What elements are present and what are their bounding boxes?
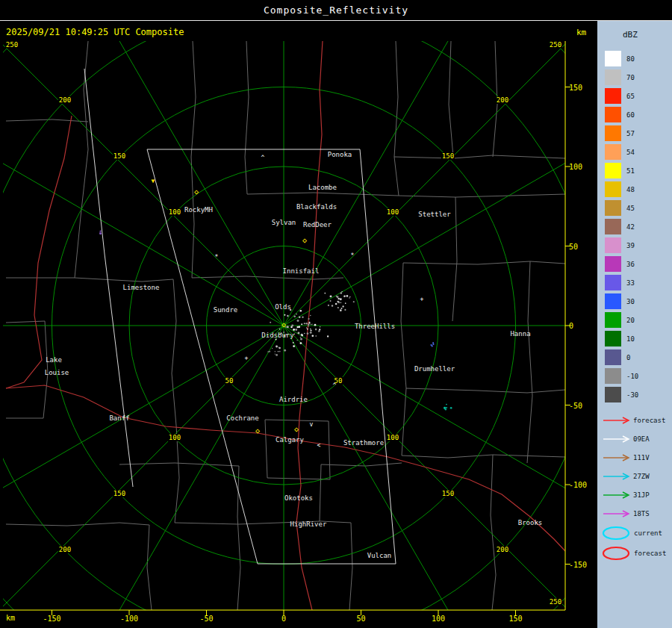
radar-coverage-outline [84,69,396,564]
bottom-axis-unit: km [6,614,15,622]
legend-arrow-row: 31JP [597,485,672,504]
colorbar-swatch [605,256,621,272]
colorbar-value: 65 [626,93,635,100]
colorbar-title: dBZ [623,30,672,40]
colorbar-swatch [605,219,621,234]
colorbar-swatch [605,368,621,384]
colorbar-value: 42 [626,223,635,231]
reflectivity-echoes [99,231,452,411]
colorbar-swatch [605,349,621,365]
colorbar-level: 45 [597,199,672,217]
timestamp: 2025/09/21 10:49:25 UTC Composite [6,27,184,37]
colorbar-swatch [605,237,621,253]
colorbar-value: 33 [626,279,635,287]
colorbar-swatch [605,312,621,328]
legend-arrow-label: 18TS [633,510,650,517]
colorbar-level: 39 [597,236,672,255]
legend-ellipse-row: current [597,523,672,543]
legend-arrow-label: 111V [633,454,650,461]
colorbar-level: 60 [597,105,672,124]
colorbar-swatch [605,144,621,160]
colorbar-value: 48 [626,186,635,193]
colorbar-value: 70 [626,74,635,81]
colorbar-value: 45 [626,205,635,212]
colorbar-swatch [605,331,621,346]
legend-ellipse-label: current [634,529,662,537]
legend-arrow-label: 27ZW [633,473,650,480]
colorbar-swatch [605,181,621,197]
colorbar-value: 36 [626,261,635,268]
colorbar-value: 0 [626,354,630,361]
colorbar-level: 33 [597,273,672,292]
colorbar-level: 30 [597,292,672,311]
colorbar-level: 65 [597,87,672,105]
range-rings [0,0,672,628]
track-arrow-icon [602,435,630,444]
colorbar-value: 20 [626,317,635,324]
colorbar-swatch [605,387,621,402]
legend-arrow-row: forecast [597,411,672,429]
colorbar-level: 20 [597,311,672,329]
window-title: Composite_Reflectivity [264,4,408,16]
track-arrow-icon [602,416,630,425]
colorbar-value: 51 [626,167,635,175]
legend-arrow-label: forecast [633,417,665,424]
colorbar-value: 10 [626,335,635,343]
colorbar-swatch [605,163,621,178]
colorbar-level: 10 [597,329,672,348]
storm-track-legend: forecast09EA111V27ZW31JP18TS [597,411,672,523]
colorbar-value: 30 [626,298,635,305]
storm-ellipse-icon [600,525,632,541]
right-axis-unit: km [576,28,586,37]
colorbar-level: 36 [597,255,672,273]
colorbar-level: 0 [597,348,672,367]
colorbar-level: 48 [597,180,672,199]
title-bar: Composite_Reflectivity [0,0,672,21]
colorbar-value: 80 [626,55,635,63]
track-arrow-icon [602,509,630,518]
colorbar-swatch [605,51,621,66]
colorbar: 807065605754514845423936333020100-10-30 [597,49,672,404]
legend-arrow-label: 09EA [633,435,650,443]
colorbar-swatch [605,88,621,104]
colorbar-swatch [605,69,621,85]
legend-arrow-row: 18TS [597,504,672,523]
colorbar-level: 51 [597,161,672,180]
colorbar-swatch [605,125,621,141]
radar-map-canvas [0,0,672,628]
colorbar-level: 80 [597,49,672,68]
colorbar-level: 57 [597,124,672,143]
colorbar-level: 70 [597,68,672,87]
colorbar-value: 39 [626,242,635,249]
legend-arrow-row: 111V [597,448,672,467]
legend-ellipse-row: forecast [597,543,672,563]
colorbar-value: 57 [626,130,635,137]
legend-arrow-label: 31JP [633,491,650,499]
colorbar-value: 60 [626,111,635,119]
legend-ellipse-label: forecast [634,550,666,557]
colorbar-level: 42 [597,217,672,236]
colorbar-swatch [605,200,621,216]
track-arrow-icon [602,453,630,462]
storm-ellipse-icon [600,545,632,562]
storm-ellipse-legend: currentforecast [597,523,672,563]
colorbar-value: -10 [626,373,638,380]
colorbar-swatch [605,275,621,290]
colorbar-level: -10 [597,367,672,385]
legend-arrow-row: 09EA [597,429,672,448]
track-arrow-icon [602,472,630,481]
colorbar-swatch [605,293,621,309]
legend-panel: dBZ 807065605754514845423936333020100-10… [597,21,672,628]
colorbar-swatch [605,107,621,122]
track-arrow-icon [602,491,630,500]
colorbar-level: -30 [597,385,672,404]
colorbar-value: -30 [626,391,638,399]
colorbar-value: 54 [626,149,635,156]
legend-arrow-row: 27ZW [597,467,672,485]
colorbar-level: 54 [597,143,672,161]
